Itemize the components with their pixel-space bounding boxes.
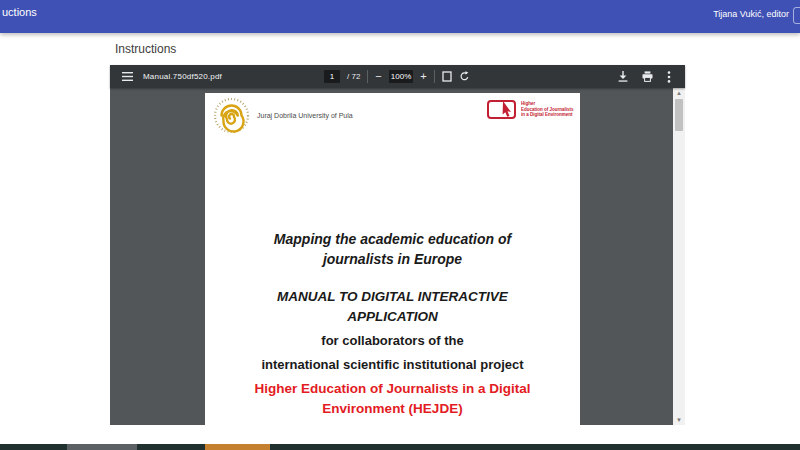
toolbar-divider	[367, 70, 368, 83]
page-count-label: / 72	[347, 72, 360, 81]
scrollbar-thumb[interactable]	[675, 99, 683, 131]
pdf-toolbar-left: Manual.750df520.pdf	[122, 65, 222, 88]
appbar-title: uctions	[2, 6, 37, 18]
page-number-input[interactable]: 1	[324, 70, 340, 83]
hejde-logo-text: Higher Education of Journalists in a Dig…	[521, 101, 601, 118]
scroll-down-icon[interactable]: ▼	[673, 416, 685, 424]
taskbar-strip[interactable]	[0, 444, 800, 450]
toolbar-divider	[434, 70, 435, 83]
fit-page-icon[interactable]	[442, 71, 452, 82]
pdf-canvas: Juraj Dobrila University of Pula Higher …	[110, 88, 685, 425]
pdf-toolbar-right	[618, 65, 671, 88]
zoom-out-button[interactable]: −	[375, 71, 381, 82]
appbar-cutoff-button[interactable]	[793, 7, 800, 24]
doc-title-line: Mapping the academic education of	[215, 229, 570, 249]
page-heading: Instructions	[115, 42, 176, 56]
doc-subtitle: MANUAL TO DIGITAL INTERACTIVE APPLICATIO…	[215, 287, 570, 327]
taskbar-segment-orange[interactable]	[205, 444, 270, 450]
more-options-icon[interactable]	[667, 71, 671, 83]
rotate-icon[interactable]	[459, 71, 470, 82]
doc-subtitle-line: MANUAL TO DIGITAL INTERACTIVE	[215, 287, 570, 307]
doc-body-line: for collaborators of the	[215, 331, 570, 351]
doc-subtitle-line: APPLICATION	[215, 307, 570, 327]
doc-body-line: international scientific institutional p…	[215, 355, 570, 375]
pdf-page: Juraj Dobrila University of Pula Higher …	[205, 93, 580, 425]
pdf-page-header: Juraj Dobrila University of Pula Higher …	[213, 97, 580, 139]
pdf-toolbar-center: 1 / 72 − 100% +	[324, 65, 470, 88]
screen: uctions Tijana Vukić, editor Instruction…	[0, 0, 800, 450]
scroll-up-icon[interactable]: ▲	[673, 89, 685, 97]
pdf-viewer: Manual.750df520.pdf 1 / 72 − 100% +	[110, 65, 685, 425]
print-icon[interactable]	[642, 71, 653, 82]
pdf-scrollbar[interactable]: ▲ ▼	[673, 88, 685, 425]
taskbar-segment-gray[interactable]	[67, 444, 137, 450]
university-name-label: Juraj Dobrila University of Pula	[257, 112, 353, 119]
hejde-logo-icon	[487, 100, 516, 119]
zoom-in-button[interactable]: +	[420, 71, 426, 82]
pdf-toolbar: Manual.750df520.pdf 1 / 72 − 100% +	[110, 65, 685, 88]
pdf-document-text: Mapping the academic education of journa…	[215, 229, 570, 419]
appbar-user-label: Tijana Vukić, editor	[713, 9, 789, 19]
doc-highlight-line: Environment (HEJDE)	[215, 399, 570, 419]
doc-title: Mapping the academic education of journa…	[215, 229, 570, 269]
university-logo-icon	[213, 97, 250, 138]
hejde-line: in a Digital Environment	[521, 112, 601, 118]
download-icon[interactable]	[618, 71, 628, 82]
doc-title-line: journalists in Europe	[215, 249, 570, 269]
pdf-filename: Manual.750df520.pdf	[143, 72, 222, 81]
zoom-level-input[interactable]: 100%	[389, 70, 413, 83]
doc-highlight-line: Higher Education of Journalists in a Dig…	[215, 379, 570, 399]
menu-icon[interactable]	[122, 72, 133, 81]
doc-highlight: Higher Education of Journalists in a Dig…	[215, 379, 570, 419]
appbar: uctions Tijana Vukić, editor	[0, 0, 800, 33]
